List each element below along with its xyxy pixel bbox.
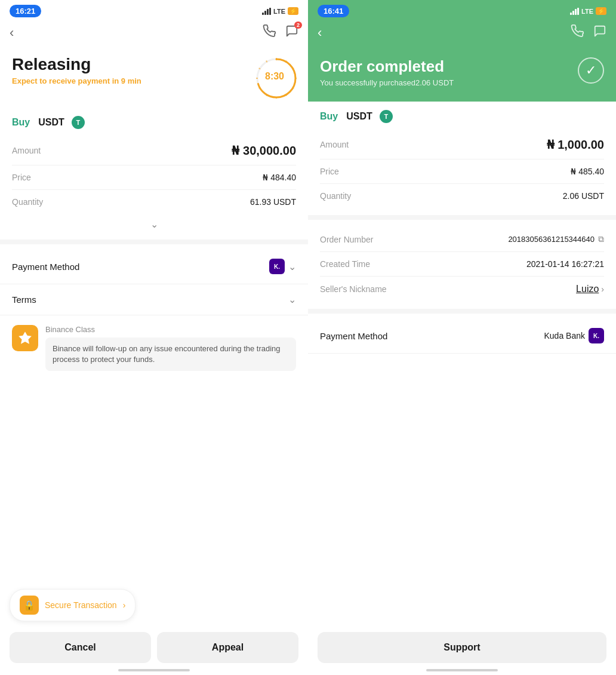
secure-transaction-banner[interactable]: 🔒 Secure Transaction ›	[10, 589, 135, 621]
left-terms-chevron-icon: ⌄	[288, 294, 296, 305]
right-order-number-row: Order Number 20183056361215344640 ⧉	[320, 227, 604, 252]
svg-line-6	[292, 88, 294, 89]
right-kuda-icon: K.	[589, 328, 604, 343]
right-lte-label: LTE	[581, 8, 593, 15]
right-quantity-label: Quantity	[320, 191, 351, 201]
right-order-info-section: Order Number 20183056361215344640 ⧉ Crea…	[308, 225, 616, 304]
right-seller-nickname-value[interactable]: Luizo	[576, 284, 599, 294]
right-buy-usdt-row: Buy USDT T	[308, 102, 616, 128]
right-tron-icon: T	[380, 110, 393, 123]
left-lte-label: LTE	[273, 8, 285, 15]
right-quantity-row: Quantity 2.06 USDT	[320, 184, 604, 208]
right-payment-method-value: Kuda Bank	[544, 331, 586, 340]
phone-icon[interactable]	[263, 24, 276, 41]
right-seller-nickname-value-group: Luizo ›	[576, 284, 604, 294]
right-chat-icon[interactable]	[593, 24, 606, 41]
left-quantity-label: Quantity	[12, 197, 43, 207]
right-status-bar: 16:41 LTE ⚡	[308, 0, 616, 20]
left-payment-chevron-icon: ⌄	[288, 261, 296, 272]
right-nav-bar: ‹	[308, 20, 616, 45]
right-usdt-label: USDT	[346, 111, 372, 122]
right-divider-2	[308, 309, 616, 314]
svg-line-12	[259, 68, 261, 69]
left-nav-icons: 2	[263, 24, 298, 41]
right-payment-method-row: Payment Method Kuda Bank K.	[308, 318, 616, 354]
left-nav-bar: ‹ 2	[0, 20, 308, 45]
right-order-number-value: 20183056361215344640	[508, 235, 595, 244]
left-bottom-buttons: Cancel Appeal	[0, 632, 308, 663]
releasing-info: Releasing Expect to receive payment in 9…	[12, 55, 141, 85]
right-created-time-row: Created Time 2021-01-14 16:27:21	[320, 252, 604, 277]
left-battery-icon: ⚡	[288, 7, 298, 15]
left-payment-method-label: Payment Method	[12, 262, 79, 272]
right-amount-label: Amount	[320, 140, 349, 149]
right-time: 16:41	[318, 5, 349, 17]
left-price-value: ₦ 484.40	[263, 173, 296, 182]
copy-icon[interactable]: ⧉	[598, 234, 604, 244]
left-time: 16:21	[10, 5, 41, 17]
left-price-label: Price	[12, 173, 31, 182]
timer-circle: 8:30	[253, 55, 296, 98]
releasing-time-highlight: 9 min	[121, 76, 141, 85]
chat-badge: 2	[294, 22, 302, 29]
right-price-row: Price ₦ 485.40	[320, 159, 604, 184]
svg-line-4	[292, 68, 294, 69]
left-payment-right: K. ⌄	[269, 259, 296, 274]
left-panel: 16:21 LTE ⚡ ‹ 2	[0, 0, 308, 675]
right-payment-method-label: Payment Method	[320, 331, 387, 341]
support-button[interactable]: Support	[318, 632, 606, 663]
releasing-subtitle: Expect to receive payment in 9 min	[12, 76, 141, 85]
order-completed-header: Order completed You successfully purchas…	[308, 45, 616, 102]
right-created-time-value: 2021-01-14 16:27:21	[526, 259, 604, 269]
left-detail-section: Amount ₦ 30,000.00 Price ₦ 484.40 Quanti…	[0, 134, 308, 216]
left-price-row: Price ₦ 484.40	[12, 165, 296, 190]
secure-icon: 🔒	[20, 596, 39, 615]
secure-transaction-chevron-icon: ›	[123, 600, 126, 610]
svg-line-9	[266, 94, 267, 96]
left-terms-label: Terms	[12, 294, 36, 305]
left-quantity-value: 61.93 USDT	[250, 197, 296, 207]
right-seller-nickname-label: Seller's Nickname	[320, 284, 387, 294]
left-terms-row[interactable]: Terms ⌄	[0, 284, 308, 315]
order-completed-title: Order completed	[320, 57, 454, 76]
right-bottom-buttons: Support	[308, 632, 616, 663]
releasing-subtitle-text: Expect to receive payment in	[12, 76, 121, 85]
right-price-value: ₦ 485.40	[571, 167, 604, 176]
right-seller-chevron-icon: ›	[601, 284, 604, 294]
releasing-title: Releasing	[12, 55, 141, 74]
right-signal-bars-icon	[570, 8, 579, 15]
right-order-number-value-group: 20183056361215344640 ⧉	[508, 234, 604, 244]
order-completed-text: Order completed You successfully purchas…	[320, 57, 454, 87]
right-buy-label: Buy	[320, 111, 338, 122]
right-seller-nickname-row: Seller's Nickname Luizo ›	[320, 277, 604, 302]
right-nav-icons	[571, 24, 606, 41]
right-phone-icon[interactable]	[571, 24, 584, 41]
left-details-chevron[interactable]: ⌄	[0, 216, 308, 235]
right-divider-1	[308, 215, 616, 220]
right-quantity-value: 2.06 USDT	[563, 191, 604, 201]
binance-class-icon	[12, 325, 38, 351]
timer-text: 8:30	[265, 71, 284, 82]
left-signal-area: LTE ⚡	[262, 7, 298, 15]
appeal-button[interactable]: Appeal	[157, 632, 298, 663]
left-buy-usdt-row: Buy USDT T	[0, 108, 308, 134]
left-back-button[interactable]: ‹	[10, 25, 14, 41]
left-buy-label: Buy	[12, 117, 30, 128]
secure-transaction-label: Secure Transaction	[45, 600, 117, 610]
left-amount-label: Amount	[12, 146, 41, 155]
right-battery-icon: ⚡	[596, 7, 606, 15]
left-payment-method-row[interactable]: Payment Method K. ⌄	[0, 249, 308, 284]
left-quantity-row: Quantity 61.93 USDT	[12, 190, 296, 214]
right-payment-right: Kuda Bank K.	[544, 328, 605, 343]
chat-icon[interactable]: 2	[285, 24, 298, 41]
left-kuda-icon: K.	[269, 259, 285, 274]
right-price-label: Price	[320, 167, 339, 176]
cancel-button[interactable]: Cancel	[10, 632, 151, 663]
binance-class-text: Binance will follow-up on any issue enco…	[45, 338, 296, 371]
order-completed-subtitle: You successfully purchased2.06 USDT	[320, 78, 454, 87]
svg-marker-14	[19, 332, 32, 344]
right-back-button[interactable]: ‹	[318, 25, 322, 41]
left-status-bar: 16:21 LTE ⚡	[0, 0, 308, 20]
left-amount-row: Amount ₦ 30,000.00	[12, 136, 296, 165]
svg-line-13	[266, 61, 267, 63]
